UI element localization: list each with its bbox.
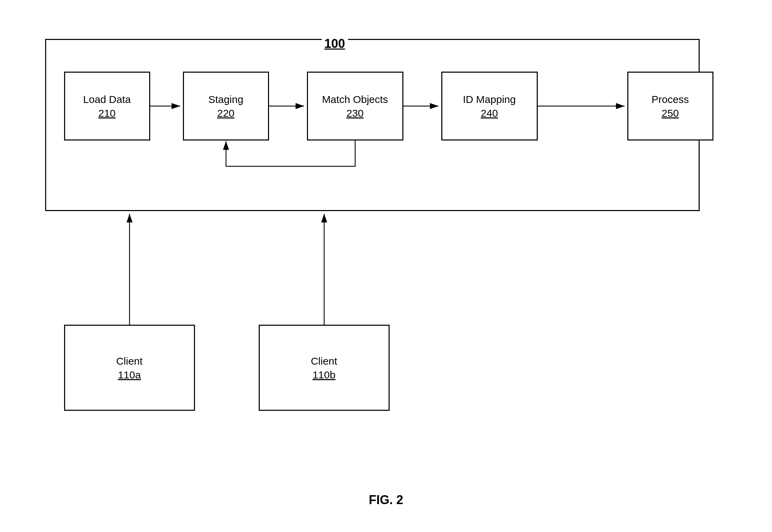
process-number: 250 (661, 107, 679, 119)
process-label: Process (651, 93, 689, 106)
client-b-box: Client 110b (259, 325, 390, 411)
load-data-box: Load Data 210 (64, 72, 150, 140)
staging-box: Staging 220 (183, 72, 269, 140)
match-objects-label: Match Objects (322, 93, 388, 106)
load-data-label: Load Data (83, 93, 131, 106)
staging-label: Staging (208, 93, 244, 106)
match-objects-box: Match Objects 230 (307, 72, 403, 140)
load-data-number: 210 (98, 107, 115, 119)
client-a-number: 110a (118, 369, 141, 381)
figure-caption: FIG. 2 (369, 493, 403, 507)
match-objects-number: 230 (346, 107, 363, 119)
client-a-label: Client (116, 354, 143, 368)
id-mapping-label: ID Mapping (463, 93, 516, 106)
id-mapping-box: ID Mapping 240 (441, 72, 538, 140)
client-a-box: Client 110a (64, 325, 195, 411)
diagram: 100 Load Data 210 Staging 220 Match Obje… (24, 18, 748, 514)
process-box: Process 250 (627, 72, 713, 140)
staging-number: 220 (217, 107, 234, 119)
client-b-label: Client (311, 354, 337, 368)
system-label: 100 (322, 36, 348, 51)
id-mapping-number: 240 (481, 107, 498, 119)
client-b-number: 110b (312, 369, 336, 381)
